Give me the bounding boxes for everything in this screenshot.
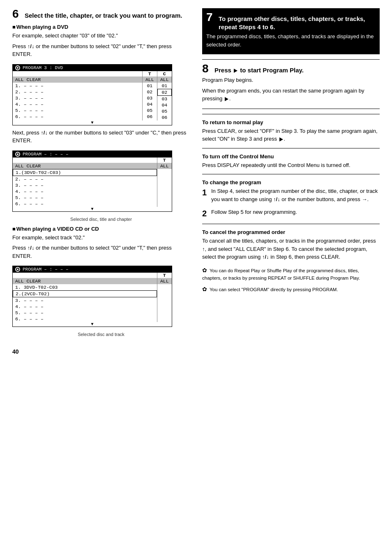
right-column: 7 To program other discs, titles, chapte… [202,8,380,340]
tip1-text: You can do Repeat Play or Shuffle Play o… [202,268,360,280]
vcd-program-header: PROGRAM – : – – – [13,266,172,273]
turn-off-menu-title: To turn off the Control Menu [202,153,380,160]
change-step-1: 1 In Step 4, select the program number o… [202,187,380,206]
step8-text1: Program Play begins. [202,76,380,84]
cancel-order-title: To cancel the programmed order [202,229,380,235]
vcd-disc-label: – : – – – [44,267,68,272]
page-container: 6 Select the title, chapter, or track yo… [12,8,380,340]
change-program-section: To change the program 1 In Step 4, selec… [202,179,380,219]
change-step-1-num: 1 [202,187,208,206]
turn-off-menu-text: Press DISPLAY repeatedly until the Contr… [202,161,380,169]
disc-label-1: 3 : DVD [44,65,63,70]
step7-text: The programmed discs, titles, chapters, … [206,32,376,49]
scroll-indicator-2: ▼ [13,207,172,211]
vcd-row-2: 2.(2VCD-T02) [13,290,157,297]
step6-header: 6 Select the title, chapter, or track yo… [12,8,190,20]
step7-title: To program other discs, titles, chapters… [219,15,376,31]
change-step-1-text: In Step 4, select the program number of … [211,187,380,203]
step6-title: Select the title, chapter, or track you … [25,12,182,20]
change-step-2-text: Follow Step 5 for new programming. [211,208,297,216]
col-header-row-1: T C [13,71,172,76]
step7-number: 7 [206,12,215,23]
vcd-row-1: 1. 3DVD-T02-C03 [13,284,157,290]
col-header-C-1: C [157,71,172,76]
program-label-1: PROGRAM [23,65,42,70]
vcd-col-T-values: ALL [157,278,172,322]
col-header-row-2: T [13,158,172,163]
step8-header: 8 Press to start Program Play. [202,63,380,74]
return-normal-title: To return to normal play [202,119,380,125]
divider-1 [202,114,380,114]
col-T-values-1: ALL 01 02 03 04 05 06 [142,76,157,120]
vcd-row-3: 3. – – – – [13,297,157,303]
program-label-3: PROGRAM [23,267,42,272]
p2-row-5: 5. – – – – [13,195,157,201]
cancel-order-text: To cancel all the titles, chapters, or t… [202,237,380,261]
dvd-caption: Selected disc, title and chapter [12,217,190,222]
program-row-1-2: 2. – – – – [13,89,142,95]
p2-row-allclear: ALL CLEAR [13,163,157,169]
p2-row-2: 2. – – – – [13,176,157,182]
step7-header: 7 To program other discs, titles, chapte… [206,12,376,31]
dvd-program-header-2: PROGRAM – : – – – [13,151,172,158]
vcd-row-allclear: ALL CLEAR [13,278,157,284]
change-step-2: 2 Follow Step 5 for new programming. [202,208,380,219]
step6-number: 6 [12,8,21,20]
change-step-2-num: 2 [202,208,208,219]
p2-row-3: 3. – – – – [13,182,157,188]
divider-2 [202,148,380,148]
dvd-program-rows-2: ALL CLEAR 1.(3DVD-T02-C03) 2. – – – – 3.… [13,163,172,207]
col-C-values-1: ALL 01 02 03 04 05 06 [157,76,172,120]
tip1: ✿ You can do Repeat Play or Shuffle Play… [202,266,380,282]
tip-icon-1: ✿ [202,266,207,275]
program-row-1-6: 6. – – – – [13,114,142,120]
program-row-allclear-1: ALL CLEAR [13,76,142,83]
step8-text2: When the program ends, you can restart t… [202,87,380,103]
vcd-program-box: PROGRAM – : – – – T ALL CLEAR 1. 3DVD-T0… [12,266,172,327]
disc-icon-2 [15,152,20,157]
col-header-T-2: T [157,158,172,163]
play-icon-return [279,137,283,141]
change-program-title: To change the program [202,179,380,185]
col-header-row-3: T [13,273,172,278]
vcd-row-5: 5. – – – – [13,310,157,316]
p2-row-4: 4. – – – – [13,188,157,195]
disc-icon-1 [15,65,20,70]
p2-row-6: 6. – – – – [13,201,157,207]
dvd-text3: Next, press ↑/↓ or the number buttons to… [12,129,190,145]
return-normal-text: Press CLEAR, or select "OFF" in Step 3. … [202,127,380,143]
program-row-1-3: 3. – – – – [13,95,142,101]
page-number-area: 40 [12,348,380,355]
dvd-text1: For example, select chapter "03" of titl… [12,32,190,40]
dvd-program-box-1: PROGRAM 3 : DVD T C ALL CLEAR 1. – – – –… [12,64,172,125]
turn-off-menu-section: To turn off the Control Menu Press DISPL… [202,153,380,169]
vcd-text1: For example, select track "02." [12,234,190,242]
play-icon-8 [234,69,238,73]
divider-3 [202,174,380,174]
tip2: ✿ You can select "PROGRAM" directly by p… [202,285,380,294]
left-column: 6 Select the title, chapter, or track yo… [12,8,190,340]
page-number: 40 [12,348,19,355]
dvd-section-title: When playing a DVD [12,24,190,30]
disc-icon-3 [15,267,20,272]
program-row-1-5: 5. – – – – [13,107,142,114]
scroll-indicator-3: ▼ [13,322,172,327]
step8-title: Press to start Program Play. [214,66,304,74]
step7-box: 7 To program other discs, titles, chapte… [202,8,380,54]
vcd-row-6: 6. – – – – [13,316,157,322]
vcd-row-4: 4. – – – – [13,303,157,310]
step8-box: 8 Press to start Program Play. Program P… [202,59,380,109]
dvd-program-header-1: PROGRAM 3 : DVD [13,65,172,71]
vcd-section-title: When playing a VIDEO CD or CD [12,226,190,232]
divider-4 [202,224,380,224]
program-row-1-1: 1. – – – – [13,83,142,89]
vcd-text2: Press ↑/↓ or the number buttons to selec… [12,244,190,260]
tip2-text: You can select "PROGRAM" directly by pre… [210,287,338,292]
p2-row-1: 1.(3DVD-T02-C03) [13,169,157,176]
return-normal-section: To return to normal play Press CLEAR, or… [202,119,380,143]
play-icon-8b [225,97,228,101]
col-header-T-1: T [142,71,157,76]
dvd-program-box-2: PROGRAM – : – – – T ALL CLEAR 1.(3DVD-T0… [12,151,172,212]
vcd-program-rows: ALL CLEAR 1. 3DVD-T02-C03 2.(2VCD-T02) 3… [13,278,172,322]
cancel-order-section: To cancel the programmed order To cancel… [202,229,380,261]
